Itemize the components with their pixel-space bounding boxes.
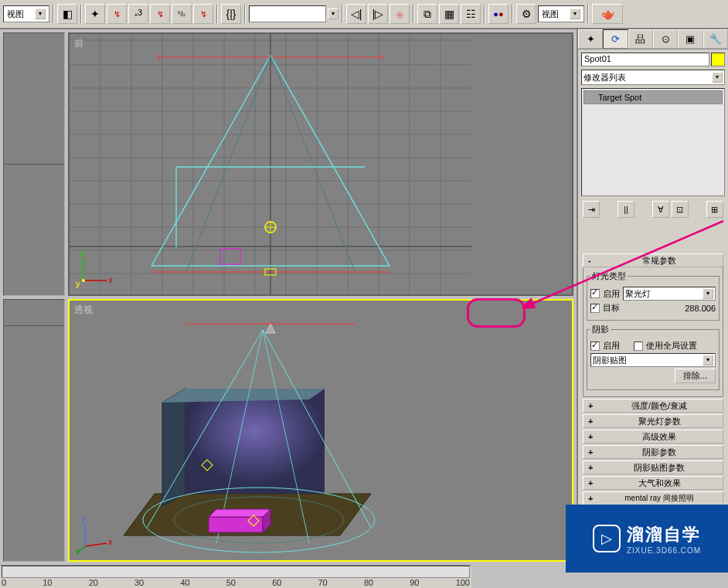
- enable-light-checkbox[interactable]: [590, 289, 600, 298]
- view-dropdown-1[interactable]: 视图 ▾: [3, 5, 49, 22]
- expand-icon: +: [588, 478, 596, 488]
- rollout-shadow-params[interactable]: +阴影参数: [583, 445, 723, 459]
- material-editor-btn[interactable]: ●●: [488, 4, 509, 24]
- checkbox-label: 使用全局设置: [646, 340, 697, 352]
- dropdown-arrow-icon: ▾: [35, 8, 46, 19]
- rollout-mr-indirect[interactable]: +mental ray 间接照明: [583, 491, 723, 505]
- snap-btn-4[interactable]: ↯: [193, 4, 213, 24]
- modifier-stack[interactable]: Target Spot: [581, 88, 725, 196]
- front-scene: [70, 34, 572, 294]
- object-color-swatch[interactable]: [711, 53, 725, 66]
- rollout-atmosphere[interactable]: +大气和效果: [583, 476, 723, 490]
- watermark-title: 溜溜自学: [627, 523, 701, 546]
- rollout-title: 强度/颜色/衰减: [600, 400, 718, 412]
- object-name-field[interactable]: Spot01: [581, 53, 709, 66]
- svg-point-42: [82, 279, 85, 282]
- render-teapot-btn[interactable]: 🫖: [592, 4, 623, 24]
- rollout-general-body: 灯光类型 启用 聚光灯 ▾ 目标: [583, 267, 723, 397]
- viewport-row-bottom: 透视: [3, 299, 573, 563]
- svg-text:y: y: [76, 279, 80, 288]
- main-area: 前: [0, 29, 728, 565]
- pin-stack-btn[interactable]: ⇥: [583, 201, 600, 218]
- modifier-list-dropdown[interactable]: 修改器列表 ▾: [581, 70, 725, 85]
- light-type-select[interactable]: 聚光灯 ▾: [623, 287, 716, 301]
- svg-marker-60: [209, 509, 270, 517]
- viewport-perspective[interactable]: 透视: [68, 299, 573, 563]
- tick: 60: [272, 578, 281, 587]
- tick: 50: [226, 578, 236, 587]
- rollout-intensity[interactable]: +强度/颜色/衰减: [583, 399, 723, 413]
- named-selection-input[interactable]: [249, 5, 326, 22]
- perspective-scene: [70, 301, 572, 561]
- viewport-label: 前: [74, 37, 83, 50]
- timeline-track[interactable]: [2, 566, 470, 578]
- shadow-type-select[interactable]: 阴影贴图 ▾: [590, 353, 716, 367]
- spacing-btn[interactable]: {|}: [221, 4, 241, 24]
- rollout-advanced-effects[interactable]: +高级效果: [583, 430, 723, 444]
- tick: 80: [364, 578, 373, 587]
- timeline[interactable]: 0 10 20 30 40 50 60 70 80 90 100: [0, 565, 471, 588]
- rollout-title: 聚光灯参数: [600, 416, 718, 427]
- rollout-title: 常规参数: [600, 255, 718, 267]
- viewport-bottom-small[interactable]: [3, 299, 65, 563]
- viewport-top-small[interactable]: [3, 32, 65, 296]
- viewports: 前: [0, 29, 577, 565]
- configure-sets-btn[interactable]: ⊞: [706, 201, 723, 218]
- percent-snap-btn[interactable]: ⁰/₀: [172, 4, 192, 24]
- svg-line-65: [85, 543, 107, 546]
- rollout-title: 阴影贴图参数: [600, 462, 718, 474]
- enable-shadow-checkbox[interactable]: [590, 342, 600, 351]
- play-logo-icon: ▷: [593, 525, 621, 552]
- tool-btn-1[interactable]: ◧: [57, 4, 77, 24]
- tick: 70: [318, 578, 328, 587]
- layers-btn[interactable]: ⧉: [417, 4, 437, 24]
- tab-motion[interactable]: ⊙: [653, 29, 678, 49]
- viewport-front[interactable]: 前: [68, 32, 573, 296]
- next-key-btn[interactable]: |▷: [368, 4, 388, 24]
- light-type-group: 灯光类型 启用 聚光灯 ▾ 目标: [587, 270, 719, 321]
- snap-btn-3[interactable]: ↯: [150, 4, 170, 24]
- view-dropdown-2[interactable]: 视图 ▾: [538, 5, 584, 22]
- rollout-shadow-map-params[interactable]: +阴影贴图参数: [583, 461, 723, 474]
- named-selection-arrow-icon[interactable]: ▾: [328, 8, 338, 19]
- expand-icon: +: [588, 494, 596, 503]
- dropdown-label: 修改器列表: [583, 72, 626, 83]
- global-shadow-checkbox[interactable]: [634, 342, 643, 351]
- snap-angle-btn[interactable]: ᴬ3: [128, 4, 148, 24]
- tab-utilities[interactable]: 🔧: [703, 29, 728, 49]
- expand-icon: +: [588, 416, 596, 426]
- stack-item[interactable]: Target Spot: [583, 90, 723, 104]
- separator: [512, 5, 513, 23]
- make-unique-btn[interactable]: ∀: [652, 201, 669, 218]
- rollout-spotlight-params[interactable]: +聚光灯参数: [583, 414, 723, 428]
- remove-modifier-btn[interactable]: ⊡: [672, 201, 689, 218]
- select-value: 聚光灯: [625, 288, 651, 300]
- render-setup-btn[interactable]: ⚙: [516, 4, 536, 24]
- show-end-result-btn[interactable]: ||: [617, 201, 634, 218]
- separator: [342, 5, 343, 23]
- legend: 灯光类型: [590, 270, 628, 282]
- exclude-button[interactable]: 排除...: [675, 369, 716, 383]
- rollout-general-params[interactable]: - 常规参数: [583, 253, 723, 267]
- tab-display[interactable]: ▣: [678, 29, 702, 49]
- timeline-ticks: 0 10 20 30 40 50 60 70 80 90 100: [0, 578, 471, 587]
- list-btn[interactable]: ☷: [461, 4, 481, 24]
- tab-modify[interactable]: ⟳: [603, 29, 628, 49]
- tab-create[interactable]: ✦: [578, 29, 603, 49]
- tab-hierarchy[interactable]: 品: [628, 29, 653, 49]
- tick: 0: [2, 578, 6, 587]
- svg-text:y: y: [76, 546, 80, 554]
- eraser-btn[interactable]: ◈: [390, 4, 410, 24]
- watermark-url: ZIXUE.3D66.COM: [627, 546, 701, 555]
- tick: 20: [89, 578, 98, 587]
- prev-key-btn[interactable]: ◁|: [346, 4, 366, 24]
- tick: 40: [180, 578, 189, 587]
- rollout-title: 高级效果: [600, 431, 718, 443]
- schematic-btn[interactable]: ▦: [439, 4, 459, 24]
- snap-btn-2[interactable]: ↯: [107, 4, 127, 24]
- snap-btn-1[interactable]: ✦: [85, 4, 105, 24]
- target-checkbox[interactable]: [590, 304, 600, 313]
- axis-triad-icon: z x y: [76, 250, 114, 288]
- rollouts: - 常规参数 灯光类型 启用 聚光灯 ▾: [581, 250, 725, 522]
- command-panel-tabs: ✦ ⟳ 品 ⊙ ▣ 🔧: [578, 29, 728, 49]
